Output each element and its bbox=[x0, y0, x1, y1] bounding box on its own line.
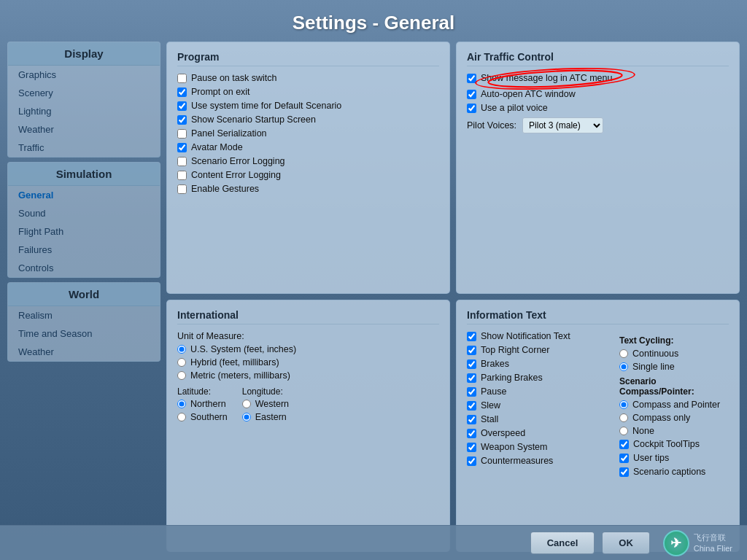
info-cb-4[interactable] bbox=[467, 387, 476, 397]
info-cb-5[interactable] bbox=[467, 401, 476, 411]
content-area: Program Pause on task switch Prompt on e… bbox=[166, 42, 740, 552]
extra-cb-2[interactable] bbox=[619, 467, 629, 477]
sidebar-item-traffic[interactable]: Traffic bbox=[8, 139, 160, 157]
international-panel: International Unit of Measure: U.S. Syst… bbox=[166, 300, 450, 552]
sidebar-world-section: World Realism Time and Season Weather bbox=[7, 282, 160, 362]
program-check-8[interactable] bbox=[177, 184, 187, 194]
program-check-5[interactable] bbox=[177, 143, 187, 152]
program-check-6[interactable] bbox=[177, 157, 187, 166]
atc-panel: Air Traffic Control Show message log in … bbox=[456, 42, 740, 294]
info-check-3: Parking Brakes bbox=[467, 373, 612, 383]
atc-check-1[interactable] bbox=[467, 90, 476, 99]
logo-text: 飞行音联China Flier bbox=[694, 532, 732, 553]
sidebar-display-section: Display Graphics Scenery Lighting Weathe… bbox=[7, 42, 160, 158]
sidebar-simulation-header: Simulation bbox=[8, 163, 160, 186]
sidebar-item-lighting[interactable]: Lighting bbox=[8, 102, 160, 120]
unit-of-measure-section: Unit of Measure: U.S. System (feet, inch… bbox=[177, 331, 439, 381]
unit-radio-1: Hybrid (feet, millibars) bbox=[177, 357, 439, 368]
compass-radio-input-2[interactable] bbox=[619, 427, 628, 435]
program-checkbox-8: Enable Gestures bbox=[177, 184, 439, 194]
pilot-voices-label: Pilot Voices: bbox=[467, 120, 516, 131]
lat-radio-input-0[interactable] bbox=[177, 400, 186, 408]
sidebar-item-world-weather[interactable]: Weather bbox=[8, 343, 160, 361]
cycling-radio-0: Continuous bbox=[619, 349, 729, 359]
extra-cb-1[interactable] bbox=[619, 454, 629, 463]
pilot-voices-row: Pilot Voices: Pilot 1 (male) Pilot 2 (fe… bbox=[467, 117, 729, 133]
unit-radio-input-2[interactable] bbox=[177, 371, 186, 380]
atc-checkbox-1: Auto-open ATC window bbox=[467, 89, 729, 99]
atc-title: Air Traffic Control bbox=[467, 51, 729, 66]
program-checkbox-0: Pause on task switch bbox=[177, 73, 439, 83]
info-check-4: Pause bbox=[467, 386, 612, 397]
extra-cb-0[interactable] bbox=[619, 440, 629, 449]
info-check-6: Stall bbox=[467, 414, 612, 424]
unit-radio-0: U.S. System (feet, inches) bbox=[177, 344, 439, 354]
extra-check-2: Scenario captions bbox=[619, 467, 729, 477]
program-check-4[interactable] bbox=[177, 129, 187, 139]
lon-radio-0: Western bbox=[242, 399, 289, 409]
sidebar-item-sound[interactable]: Sound bbox=[8, 204, 160, 222]
sidebar-item-weather[interactable]: Weather bbox=[8, 120, 160, 139]
info-cb-0[interactable] bbox=[467, 332, 476, 341]
compass-radio-input-1[interactable] bbox=[619, 413, 628, 422]
latitude-col: Latitude: Northern Southern bbox=[177, 386, 228, 425]
program-checkbox-4: Panel Serialization bbox=[177, 128, 439, 139]
compass-radio-0: Compass and Pointer bbox=[619, 400, 729, 410]
sidebar: Display Graphics Scenery Lighting Weathe… bbox=[7, 42, 160, 552]
extra-check-1: User tips bbox=[619, 453, 729, 463]
sidebar-item-realism[interactable]: Realism bbox=[8, 306, 160, 324]
sidebar-display-header: Display bbox=[8, 42, 160, 66]
sidebar-item-flight-path[interactable]: Flight Path bbox=[8, 222, 160, 241]
program-check-7[interactable] bbox=[177, 171, 187, 180]
info-cb-3[interactable] bbox=[467, 373, 476, 383]
info-check-0: Show Notification Text bbox=[467, 331, 612, 341]
sidebar-item-scenery[interactable]: Scenery bbox=[8, 84, 160, 102]
sidebar-item-time-season[interactable]: Time and Season bbox=[8, 324, 160, 343]
bottom-bar: Cancel OK ✈ 飞行音联China Flier bbox=[0, 525, 747, 560]
info-cb-9[interactable] bbox=[467, 456, 476, 466]
sidebar-item-general[interactable]: General bbox=[8, 186, 160, 204]
sidebar-item-graphics[interactable]: Graphics bbox=[8, 66, 160, 84]
ok-button[interactable]: OK bbox=[602, 532, 650, 554]
info-cb-8[interactable] bbox=[467, 443, 476, 452]
program-checkbox-7: Content Error Logging bbox=[177, 170, 439, 180]
info-text-right: Text Cycling: Continuous Single line Sce… bbox=[619, 331, 729, 481]
longitude-col: Longitude: Western Eastern bbox=[242, 386, 289, 425]
atc-highlight: Show message log in ATC menu bbox=[481, 73, 612, 83]
program-check-2[interactable] bbox=[177, 101, 187, 111]
lat-radio-0: Northern bbox=[177, 399, 228, 409]
sidebar-item-failures[interactable]: Failures bbox=[8, 241, 160, 259]
lon-radio-input-1[interactable] bbox=[242, 413, 251, 421]
cancel-button[interactable]: Cancel bbox=[530, 532, 595, 554]
program-title: Program bbox=[177, 51, 439, 66]
cycling-radio-input-1[interactable] bbox=[619, 362, 628, 371]
compass-radio-input-0[interactable] bbox=[619, 400, 628, 409]
pilot-voices-select[interactable]: Pilot 1 (male) Pilot 2 (female) Pilot 3 … bbox=[522, 117, 603, 133]
program-check-1[interactable] bbox=[177, 88, 187, 97]
lat-long-row: Latitude: Northern Southern Longitude: W… bbox=[177, 386, 439, 425]
program-check-0[interactable] bbox=[177, 74, 187, 83]
compass-radio-1: Compass only bbox=[619, 413, 729, 423]
atc-check-2[interactable] bbox=[467, 104, 476, 113]
cycling-radio-input-0[interactable] bbox=[619, 349, 628, 358]
program-check-3[interactable] bbox=[177, 115, 187, 125]
lon-radio-input-0[interactable] bbox=[242, 400, 251, 408]
page-title: Settings - General bbox=[0, 0, 747, 42]
info-cb-1[interactable] bbox=[467, 346, 476, 355]
lat-radio-1: Southern bbox=[177, 412, 228, 422]
info-check-9: Countermeasures bbox=[467, 456, 612, 466]
info-cb-2[interactable] bbox=[467, 359, 476, 369]
info-cb-6[interactable] bbox=[467, 415, 476, 424]
compass-radio-2: None bbox=[619, 426, 729, 436]
unit-radio-input-0[interactable] bbox=[177, 345, 186, 354]
sidebar-item-controls[interactable]: Controls bbox=[8, 259, 160, 277]
longitude-label: Longitude: bbox=[242, 386, 289, 397]
info-text-checkboxes: Show Notification Text Top Right Corner … bbox=[467, 331, 612, 481]
lat-radio-input-1[interactable] bbox=[177, 413, 186, 421]
atc-check-0[interactable] bbox=[467, 74, 476, 83]
info-cb-7[interactable] bbox=[467, 429, 476, 438]
text-cycling-title: Text Cycling: bbox=[619, 335, 729, 346]
unit-label: Unit of Measure: bbox=[177, 331, 439, 341]
info-check-8: Weapon System bbox=[467, 442, 612, 452]
unit-radio-input-1[interactable] bbox=[177, 358, 186, 367]
